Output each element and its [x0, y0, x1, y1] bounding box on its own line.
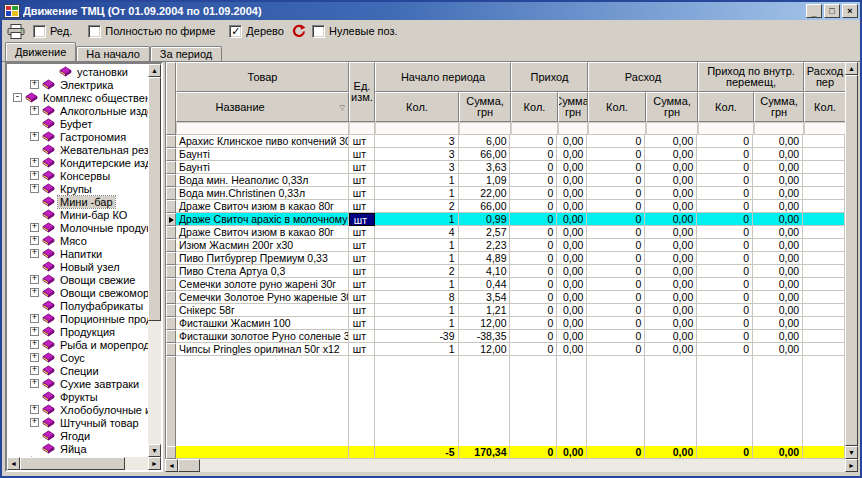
cell-prihod-summa[interactable]: 0,00 [557, 278, 587, 291]
cell-vnutr-summa[interactable]: 0,00 [753, 304, 803, 317]
cell-vnutr-summa[interactable]: 0,00 [753, 330, 803, 343]
cell-prihod-summa[interactable]: 0,00 [557, 148, 587, 161]
cell-rashod-kol[interactable]: 0 [587, 252, 645, 265]
cell-nachalo-summa[interactable]: 0,44 [459, 278, 511, 291]
cell-rashod-summa[interactable]: 0,00 [645, 317, 697, 330]
table-row[interactable]: Пиво Стела Артуа 0,3 шт 2 4,10 0 0,00 0 … [166, 265, 845, 278]
tree-item[interactable]: + Хлобобулочные изде [7, 403, 148, 416]
table-row[interactable]: Изюм Жасмин 200г х30 шт 1 2,23 0 0,00 0 … [166, 239, 845, 252]
cell-rashod-kol[interactable]: 0 [587, 200, 645, 213]
tree-expander-icon[interactable]: + [30, 184, 39, 193]
table-row[interactable]: Пиво Питбургер Премиум 0,33 шт 1 4,89 0 … [166, 252, 845, 265]
cell-name[interactable]: Баунті [176, 161, 349, 174]
cell-nachalo-kol[interactable]: 1 [375, 174, 459, 187]
subheader-summa[interactable]: Сумма, грн [646, 92, 698, 122]
table-row[interactable]: Драже Свиточ арахіс в молочному шок. 4 ш… [166, 213, 845, 226]
tree-expander-icon[interactable]: + [30, 288, 39, 297]
cell-unit[interactable]: шт [349, 330, 375, 343]
cell-rashod-per-kol[interactable] [803, 226, 845, 239]
table-row[interactable]: Драже Свиточ изюм в какао 80г шт 4 2,57 … [166, 226, 845, 239]
cell-prihod-kol[interactable]: 0 [510, 265, 557, 278]
cell-prihod-summa[interactable]: 0,00 [557, 135, 587, 148]
filter-cell[interactable] [588, 122, 646, 135]
cell-rashod-per-kol[interactable] [803, 161, 845, 174]
cell-rashod-per-kol[interactable] [803, 252, 845, 265]
cell-vnutr-kol[interactable]: 0 [697, 265, 753, 278]
tree-item[interactable]: Яйца [7, 442, 148, 455]
tree-expander-icon[interactable]: + [30, 405, 39, 414]
row-marker[interactable] [166, 213, 176, 226]
cell-vnutr-kol[interactable]: 0 [697, 278, 753, 291]
tree-expander-icon[interactable]: + [30, 418, 39, 427]
cell-rashod-summa[interactable]: 0,00 [645, 291, 697, 304]
cell-nachalo-kol[interactable]: 1 [375, 278, 459, 291]
cell-prihod-summa[interactable]: 0,00 [557, 174, 587, 187]
cell-rashod-kol[interactable]: 0 [587, 135, 645, 148]
tree-item[interactable]: Фрукты [7, 390, 148, 403]
cell-rashod-per-kol[interactable] [803, 239, 845, 252]
filter-cell[interactable] [176, 122, 349, 135]
cell-name[interactable]: Драже Свиточ арахіс в молочному шок. 4 [176, 213, 349, 226]
cell-name[interactable]: Драже Свиточ изюм в какао 80г [176, 200, 349, 213]
cell-nachalo-kol[interactable]: 1 [375, 239, 459, 252]
cell-nachalo-summa[interactable]: 4,10 [459, 265, 511, 278]
cell-rashod-per-kol[interactable] [803, 304, 845, 317]
row-marker[interactable] [166, 148, 176, 161]
cell-prihod-kol[interactable]: 0 [510, 330, 557, 343]
cell-nachalo-kol[interactable]: 8 [375, 291, 459, 304]
cell-vnutr-kol[interactable]: 0 [697, 239, 753, 252]
cell-name[interactable]: Чипсы Pringles орилинал 50г х12 [176, 343, 349, 356]
cell-unit[interactable]: шт [349, 135, 375, 148]
cell-prihod-summa[interactable]: 0,00 [557, 213, 587, 226]
cell-rashod-per-kol[interactable] [803, 174, 845, 187]
tab-dvizhenie[interactable]: Движение [5, 42, 76, 61]
tree-item[interactable]: Новый узел [7, 260, 148, 273]
cell-rashod-summa[interactable]: 0,00 [645, 265, 697, 278]
tree-hscroll-thumb[interactable] [20, 457, 125, 470]
scroll-up-icon[interactable]: ▲ [148, 64, 161, 77]
cell-nachalo-kol[interactable]: 2 [375, 265, 459, 278]
tree-expander-icon[interactable]: + [30, 327, 39, 336]
row-marker[interactable] [166, 343, 176, 356]
tree-item[interactable]: + Специи [7, 364, 148, 377]
cell-name[interactable]: Баунті [176, 148, 349, 161]
maximize-button[interactable]: □ [824, 4, 840, 18]
cell-rashod-summa[interactable]: 0,00 [645, 148, 697, 161]
cell-nachalo-summa[interactable]: 4,89 [459, 252, 511, 265]
cell-rashod-kol[interactable]: 0 [587, 291, 645, 304]
cell-vnutr-summa[interactable]: 0,00 [753, 343, 803, 356]
cell-unit[interactable]: шт [349, 213, 375, 226]
cell-rashod-summa[interactable]: 0,00 [645, 187, 697, 200]
cell-nachalo-summa[interactable]: 12,00 [459, 343, 511, 356]
tree-vscroll-thumb[interactable] [148, 77, 161, 321]
cell-vnutr-kol[interactable]: 0 [697, 148, 753, 161]
row-marker[interactable] [166, 252, 176, 265]
cell-unit[interactable]: шт [349, 278, 375, 291]
table-row[interactable]: Вода мин. Неаполис 0,33л шт 1 1,09 0 0,0… [166, 174, 845, 187]
cell-nachalo-kol[interactable]: 1 [375, 252, 459, 265]
tree-item[interactable]: + Соус [7, 351, 148, 364]
cell-nachalo-kol[interactable]: 1 [375, 213, 459, 226]
cell-vnutr-summa[interactable]: 0,00 [753, 135, 803, 148]
cell-unit[interactable]: шт [349, 304, 375, 317]
cell-nachalo-kol[interactable]: 1 [375, 317, 459, 330]
tab-na-nachalo[interactable]: На начало [76, 46, 150, 61]
tree-item[interactable]: + Продукция [7, 325, 148, 338]
tree-expander-icon[interactable]: + [30, 340, 39, 349]
tree-item[interactable]: + Мясо [7, 234, 148, 247]
filter-cell[interactable] [804, 122, 845, 135]
cell-unit[interactable]: шт [349, 343, 375, 356]
scroll-left-icon[interactable]: ◄ [7, 457, 20, 470]
cell-rashod-per-kol[interactable] [803, 343, 845, 356]
checkbox-red-box[interactable] [33, 25, 46, 38]
cell-vnutr-summa[interactable]: 0,00 [753, 265, 803, 278]
cell-unit[interactable]: шт [349, 200, 375, 213]
tree-item[interactable]: + Консервы [7, 169, 148, 182]
cell-vnutr-kol[interactable]: 0 [697, 304, 753, 317]
cell-name[interactable]: Изюм Жасмин 200г х30 [176, 239, 349, 252]
cell-rashod-summa[interactable]: 0,00 [645, 135, 697, 148]
cell-rashod-kol[interactable]: 0 [587, 304, 645, 317]
titlebar[interactable]: Движение ТМЦ (От 01.09.2004 по 01.09.200… [2, 2, 860, 20]
filter-cell[interactable] [511, 122, 558, 135]
cell-vnutr-summa[interactable]: 0,00 [753, 148, 803, 161]
